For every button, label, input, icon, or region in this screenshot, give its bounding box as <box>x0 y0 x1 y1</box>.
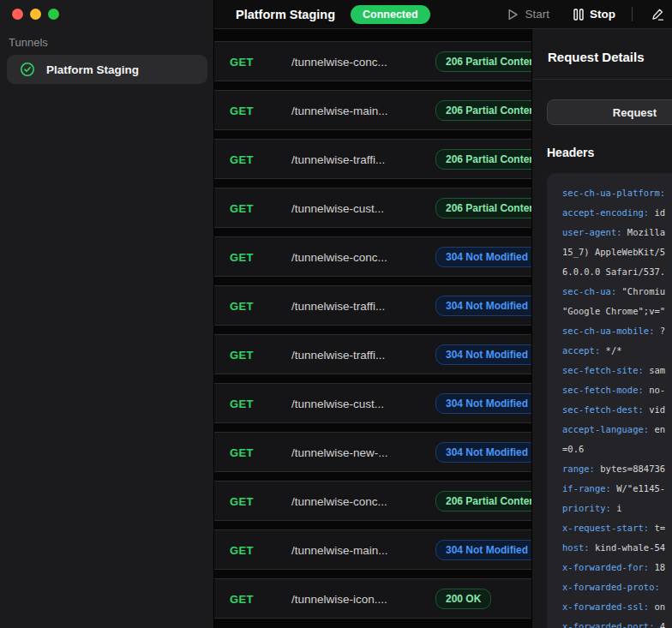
start-button[interactable]: Start <box>507 8 549 21</box>
header-line: if-range: W/"e1145- <box>562 479 672 499</box>
headers-section-title: Headers <box>547 146 594 159</box>
check-circle-icon <box>20 62 35 77</box>
request-path: /tunnelwise-main... <box>291 104 388 117</box>
http-method: GET <box>230 543 254 556</box>
http-method: GET <box>230 55 254 68</box>
header-value: on <box>649 601 665 612</box>
header-line: sec-ch-ua-mobile: ? <box>562 321 672 341</box>
header-key: accept-encoding: <box>562 207 649 218</box>
header-line: host: kind-whale-54 <box>562 538 672 558</box>
header-value <box>660 582 665 592</box>
header-line: range: bytes=884736 <box>562 459 672 479</box>
header-key: sec-ch-ua: <box>562 286 616 296</box>
sidebar-item-platform-staging[interactable]: Platform Staging <box>7 55 207 84</box>
header-key: sec-ch-ua-mobile: <box>562 326 654 336</box>
header-line: x-forwarded-port: 4 <box>562 617 672 628</box>
status-badge: 304 Not Modified <box>435 540 538 560</box>
http-method: GET <box>230 397 254 410</box>
header-value: sam <box>644 365 665 375</box>
header-value: bytes=884736 <box>595 464 665 474</box>
headers-block: sec-ch-ua-platform: accept-encoding: idu… <box>547 173 672 628</box>
header-line: sec-fetch-site: sam <box>562 361 672 380</box>
pencil-icon <box>651 7 665 21</box>
header-key: x-request-start: <box>562 523 649 533</box>
header-key: range: <box>562 464 595 474</box>
header-value: 4 <box>654 621 665 628</box>
edit-button[interactable] <box>651 7 665 21</box>
tab-request-label: Request <box>613 106 657 119</box>
header-key: x-forwarded-port: <box>562 621 654 628</box>
request-details-panel: Request Details Request Headers sec-ch-u… <box>531 29 672 628</box>
header-key: if-range: <box>562 483 611 493</box>
header-line: "Google Chrome";v=" <box>562 302 672 321</box>
panel-divider <box>532 79 672 80</box>
http-method: GET <box>230 299 254 312</box>
header-key: priority: <box>562 503 611 513</box>
minimize-traffic-light[interactable] <box>30 9 41 20</box>
header-value: "Chromiu <box>616 286 665 296</box>
header-value: "Google Chrome";v=" <box>562 306 665 316</box>
header-value: vid <box>644 404 665 415</box>
http-method: GET <box>230 153 254 165</box>
http-method: GET <box>230 250 254 263</box>
header-key: x-forwarded-proto: <box>562 582 660 592</box>
tunnels-section-label: Tunnels <box>9 36 48 49</box>
request-path: /tunnelwise-main... <box>291 543 388 556</box>
header-key: host: <box>562 542 590 553</box>
header-value: W/"e1145- <box>611 483 665 493</box>
request-path: /tunnelwise-conc... <box>291 55 387 68</box>
header-line: sec-fetch-dest: vid <box>562 400 672 420</box>
close-traffic-light[interactable] <box>12 9 23 20</box>
header-key: user-agent: <box>562 227 622 237</box>
header-line: x-request-start: t= <box>562 518 672 538</box>
request-path: /tunnelwise-traffi... <box>291 299 385 312</box>
header-line: priority: i <box>562 499 672 518</box>
header-line: user-agent: Mozilla <box>562 223 672 242</box>
header-value: en <box>649 424 665 434</box>
http-method: GET <box>230 494 254 507</box>
http-method: GET <box>230 201 254 214</box>
header-key: sec-fetch-site: <box>562 365 644 375</box>
play-icon <box>507 9 519 21</box>
header-value: */* <box>600 345 621 356</box>
header-value: id <box>649 207 665 218</box>
header-key: accept: <box>562 345 600 356</box>
header-key: sec-ch-ua-platform: <box>562 188 665 198</box>
header-value: kind-whale-54 <box>590 542 666 553</box>
header-value: no- <box>644 385 665 395</box>
header-line: x-forwarded-ssl: on <box>562 597 672 617</box>
header-line: sec-ch-ua-platform: <box>562 183 672 203</box>
page-title: Platform Staging <box>236 8 335 21</box>
stop-button[interactable]: Stop <box>573 8 615 21</box>
http-method: GET <box>230 104 254 117</box>
zoom-traffic-light[interactable] <box>48 9 59 20</box>
header-line: =0.6 <box>562 440 672 459</box>
header-value: 6.0.0.0 Safari/537. <box>562 266 665 277</box>
request-path: /tunnelwise-traffi... <box>291 348 385 361</box>
stop-button-label: Stop <box>590 8 615 21</box>
status-badge: 304 Not Modified <box>435 344 538 365</box>
request-path: /tunnelwise-cust... <box>291 201 384 214</box>
panel-title: Request Details <box>548 50 645 64</box>
header-key: x-forwarded-ssl: <box>562 601 649 612</box>
header-line: accept-encoding: id <box>562 203 672 223</box>
header-line: sec-fetch-mode: no- <box>562 380 672 400</box>
header-key: sec-fetch-dest: <box>562 404 644 415</box>
header-key: accept-language: <box>562 424 649 434</box>
request-path: /tunnelwise-new-... <box>291 446 388 458</box>
header-value: Mozilla <box>622 227 666 237</box>
header-line: accept: */* <box>562 341 672 361</box>
request-path: /tunnelwise-conc... <box>291 250 387 263</box>
status-badge: 304 Not Modified <box>435 247 538 267</box>
tab-request[interactable]: Request <box>547 99 672 125</box>
header-line: accept-language: en <box>562 420 672 440</box>
window-traffic-lights <box>12 9 59 20</box>
sidebar: Tunnels Platform Staging <box>0 0 214 628</box>
http-method: GET <box>230 446 254 458</box>
status-badge: 200 OK <box>435 589 491 609</box>
toolbar-divider <box>632 7 633 21</box>
header-value: =0.6 <box>562 444 584 454</box>
sidebar-item-label: Platform Staging <box>46 63 139 76</box>
request-path: /tunnelwise-traffi... <box>291 153 385 165</box>
status-badge: 304 Not Modified <box>435 442 538 463</box>
